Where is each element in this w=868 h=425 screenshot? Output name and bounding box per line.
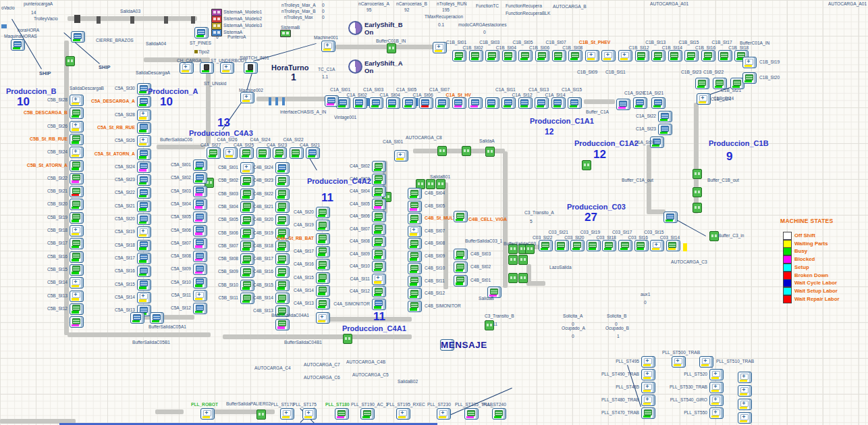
machine-C03_St14[interactable] xyxy=(666,240,680,251)
clock-icon-EarlyShift_A[interactable] xyxy=(348,59,362,74)
machine[interactable] xyxy=(130,312,144,324)
machine-C4A_St07[interactable] xyxy=(372,224,386,235)
machine-C4B_St07[interactable] xyxy=(408,226,422,237)
machine-C03_St16[interactable] xyxy=(634,240,649,251)
machine-C4B_St01[interactable] xyxy=(454,275,468,286)
machine-PLL_ST550[interactable] xyxy=(709,407,724,419)
machine-C1A_St13[interactable] xyxy=(535,97,549,109)
machine-C5A_St12[interactable] xyxy=(193,303,207,314)
machine-C1A_St23[interactable] xyxy=(658,124,672,135)
machine-C4A_St05[interactable] xyxy=(372,199,386,210)
machine[interactable] xyxy=(200,62,214,74)
machine[interactable] xyxy=(618,50,632,61)
machine-C4B_SIMONITOR[interactable] xyxy=(408,301,422,312)
machine[interactable] xyxy=(180,62,194,74)
machine-C4B_St02[interactable] xyxy=(454,261,468,273)
machine-C4A_St01[interactable] xyxy=(394,150,408,161)
machine-C1B_St04[interactable] xyxy=(502,50,516,61)
machine[interactable] xyxy=(601,50,616,61)
machine[interactable] xyxy=(316,312,330,324)
machine-C4B_St11[interactable] xyxy=(408,276,422,287)
machine[interactable] xyxy=(71,31,85,43)
machine-PLL_ST530_TRAB[interactable] xyxy=(709,382,724,393)
machine-C1B_St05[interactable] xyxy=(518,50,533,61)
machine[interactable] xyxy=(220,62,234,74)
machine-PLL_ST190_AC_1[interactable] xyxy=(360,408,375,420)
machine[interactable] xyxy=(738,412,752,424)
machine-C1A_St14[interactable] xyxy=(551,97,566,109)
machine-C1B_St23[interactable] xyxy=(695,78,709,89)
machine[interactable] xyxy=(738,399,752,410)
machine-C4B_St09[interactable] xyxy=(408,251,422,262)
machine-C4B_St23[interactable] xyxy=(275,175,290,186)
machine[interactable] xyxy=(150,312,164,324)
machine-PLL_ST170[interactable] xyxy=(280,408,294,420)
machine-C4A_St11[interactable] xyxy=(372,274,386,285)
machine-C1A_St04[interactable] xyxy=(386,97,400,109)
machine-C1B_St24[interactable] xyxy=(697,93,711,105)
machine-C1B_St20[interactable] xyxy=(742,72,757,84)
machine-C4A_St24[interactable] xyxy=(256,147,271,159)
machine-C1B_St01[interactable] xyxy=(452,50,466,61)
machine-C1B_St16[interactable] xyxy=(701,50,715,61)
machine-C4A_St26[interactable] xyxy=(223,147,238,159)
machine-C1A_St05[interactable] xyxy=(402,97,416,109)
machine-C1A_St03[interactable] xyxy=(369,97,383,109)
machine-C1A_St02[interactable] xyxy=(353,97,367,109)
machine-C4A_St12[interactable] xyxy=(372,286,386,297)
machine-C5A_St_ATORN_A[interactable] xyxy=(137,149,151,160)
machine-C1B_St12[interactable] xyxy=(635,50,649,61)
machine-C1A_St21[interactable] xyxy=(651,97,666,109)
machine-C5A_DESCARGA_A[interactable] xyxy=(137,96,151,107)
machine-C4B_St08[interactable] xyxy=(408,238,422,249)
machine-C4A_St25[interactable] xyxy=(240,147,254,159)
machine-C4B_St22[interactable] xyxy=(275,189,290,200)
machine-C03_St15[interactable] xyxy=(650,240,664,251)
machine-C1B_St08[interactable] xyxy=(568,50,582,61)
machine[interactable] xyxy=(663,211,678,223)
machine[interactable] xyxy=(275,319,290,330)
machine-C4B_St10[interactable] xyxy=(408,263,422,274)
machine-C4A_St08[interactable] xyxy=(372,236,386,247)
machine[interactable] xyxy=(468,97,483,109)
machine-C1B_St19[interactable] xyxy=(742,57,757,68)
machine-C03_St22[interactable] xyxy=(539,240,553,251)
machine-PLL_ST540_GIRO[interactable] xyxy=(709,395,724,406)
machine-C1A_St11[interactable] xyxy=(501,97,516,109)
machine-C1B_St02[interactable] xyxy=(469,50,483,61)
machine-C4B_St12[interactable] xyxy=(408,288,422,299)
machine-C1A_St22[interactable] xyxy=(658,111,672,122)
machine-C03_St19[interactable] xyxy=(587,240,601,251)
machine-C4A_St23[interactable] xyxy=(273,147,287,159)
machine-C03_St18[interactable] xyxy=(602,240,616,251)
machine[interactable] xyxy=(321,41,335,52)
machine-C4A_SIMONITOR[interactable] xyxy=(372,299,386,310)
machine[interactable] xyxy=(244,62,258,74)
machine-C1B_St03[interactable] xyxy=(485,50,499,61)
machine-PLL_ST230[interactable] xyxy=(437,408,451,420)
machine-C4B_St04[interactable] xyxy=(408,188,422,199)
machine-C4A_St06[interactable] xyxy=(372,211,386,222)
machine-C03_St17[interactable] xyxy=(618,240,632,251)
machine-C4A_St02[interactable] xyxy=(372,161,386,172)
machine-C4B_CELL_VIGA[interactable] xyxy=(454,211,468,222)
clock-icon-EarlyShift_B[interactable] xyxy=(348,21,362,35)
machine-PLL_ST180[interactable] xyxy=(335,408,349,420)
machine[interactable] xyxy=(11,39,25,51)
machine-C4B_St03[interactable] xyxy=(454,249,468,260)
machine-C4A_St09[interactable] xyxy=(372,249,386,260)
machine-C4A_St10[interactable] xyxy=(372,261,386,272)
machine-PLL_ST235_TRAB[interactable] xyxy=(464,408,479,420)
machine-C4A_St03[interactable] xyxy=(372,174,386,185)
machine-C1A_St_HV[interactable] xyxy=(452,97,466,109)
machine-C1B_St_PHEV[interactable] xyxy=(585,50,599,61)
machine-C5A_St_RB_RUE[interactable] xyxy=(137,122,151,134)
machine-C1B_St15[interactable] xyxy=(684,50,699,61)
machine-PLL_ST520[interactable] xyxy=(709,369,724,380)
machine[interactable] xyxy=(485,97,499,109)
machine-C1A_St15[interactable] xyxy=(568,97,582,109)
machine-PLL_ST175[interactable] xyxy=(302,408,317,420)
machine-C5A_St26[interactable] xyxy=(137,135,151,147)
machine[interactable] xyxy=(738,385,752,397)
machine[interactable] xyxy=(325,95,339,107)
